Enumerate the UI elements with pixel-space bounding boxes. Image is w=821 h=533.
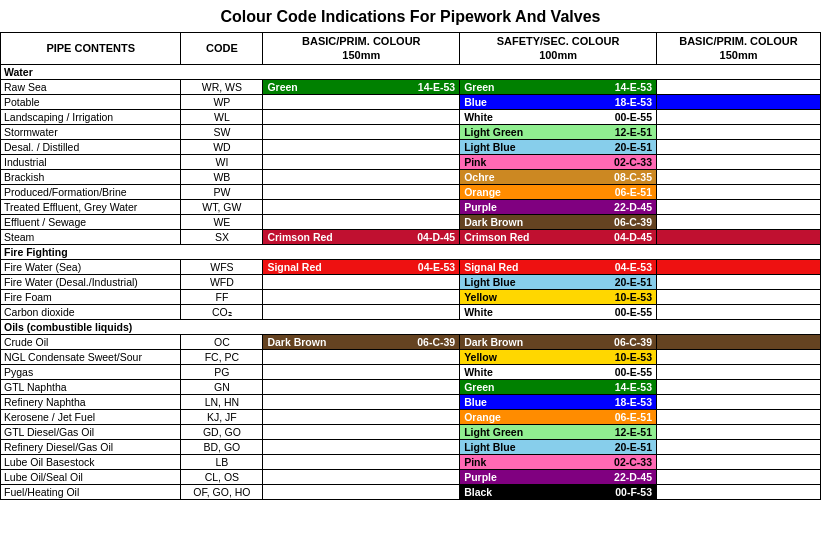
safety-colour: Pink02-C-33 xyxy=(460,154,657,169)
pipe-code: WFS xyxy=(181,259,263,274)
basic-colour-2 xyxy=(656,439,820,454)
basic-colour-1: Green14-E-53 xyxy=(263,79,460,94)
basic-colour-1: Signal Red04-E-53 xyxy=(263,259,460,274)
safety-colour: White00-E-55 xyxy=(460,109,657,124)
basic-colour-2 xyxy=(656,424,820,439)
pipe-name: Brackish xyxy=(1,169,181,184)
header-safety: SAFETY/SEC. COLOUR100mm xyxy=(460,33,657,65)
safety-colour: Dark Brown06-C-39 xyxy=(460,334,657,349)
pipe-name: Effluent / Sewage xyxy=(1,214,181,229)
pipe-code: WI xyxy=(181,154,263,169)
safety-colour: Light Blue20-E-51 xyxy=(460,139,657,154)
page-title: Colour Code Indications For Pipework And… xyxy=(0,0,821,32)
safety-colour: Yellow10-E-53 xyxy=(460,349,657,364)
safety-colour: Blue18-E-53 xyxy=(460,94,657,109)
safety-colour: Black00-F-53 xyxy=(460,484,657,499)
safety-colour: Purple22-D-45 xyxy=(460,469,657,484)
basic-colour-2 xyxy=(656,409,820,424)
pipe-name: NGL Condensate Sweet/Sour xyxy=(1,349,181,364)
basic-colour-2 xyxy=(656,304,820,319)
safety-colour: Orange06-E-51 xyxy=(460,409,657,424)
table-row: Fire Foam FF Yellow10-E-53 xyxy=(1,289,821,304)
basic-colour-2 xyxy=(656,289,820,304)
basic-colour-1 xyxy=(263,394,460,409)
pipe-name: Raw Sea xyxy=(1,79,181,94)
basic-colour-1: Crimson Red04-D-45 xyxy=(263,229,460,244)
pipe-code: WD xyxy=(181,139,263,154)
pipe-name: Potable xyxy=(1,94,181,109)
table-row: Kerosene / Jet Fuel KJ, JF Orange06-E-51 xyxy=(1,409,821,424)
basic-colour-2 xyxy=(656,79,820,94)
pipe-code: WP xyxy=(181,94,263,109)
basic-colour-2 xyxy=(656,379,820,394)
section-header: Fire Fighting xyxy=(1,244,821,259)
pipe-name: Lube Oil Basestock xyxy=(1,454,181,469)
basic-colour-2 xyxy=(656,274,820,289)
basic-colour-2 xyxy=(656,94,820,109)
table-row: Raw Sea WR, WS Green14-E-53 Green14-E-53 xyxy=(1,79,821,94)
pipe-code: OC xyxy=(181,334,263,349)
pipe-name: Crude Oil xyxy=(1,334,181,349)
pipe-name: Desal. / Distilled xyxy=(1,139,181,154)
table-row: Potable WP Blue18-E-53 xyxy=(1,94,821,109)
basic-colour-1 xyxy=(263,199,460,214)
pipe-code: WR, WS xyxy=(181,79,263,94)
pipe-code: LB xyxy=(181,454,263,469)
basic-colour-1 xyxy=(263,184,460,199)
pipe-code: SX xyxy=(181,229,263,244)
safety-colour: Light Green12-E-51 xyxy=(460,124,657,139)
basic-colour-2 xyxy=(656,169,820,184)
basic-colour-2 xyxy=(656,454,820,469)
pipe-name: Fire Water (Sea) xyxy=(1,259,181,274)
pipe-code: FC, PC xyxy=(181,349,263,364)
basic-colour-1 xyxy=(263,214,460,229)
safety-colour: Light Blue20-E-51 xyxy=(460,274,657,289)
pipe-name: Lube Oil/Seal Oil xyxy=(1,469,181,484)
basic-colour-1 xyxy=(263,469,460,484)
safety-colour: Purple22-D-45 xyxy=(460,199,657,214)
basic-colour-2 xyxy=(656,484,820,499)
pipe-code: SW xyxy=(181,124,263,139)
safety-colour: Pink02-C-33 xyxy=(460,454,657,469)
main-table: PIPE CONTENTS CODE BASIC/PRIM. COLOUR150… xyxy=(0,32,821,500)
pipe-name: Landscaping / Irrigation xyxy=(1,109,181,124)
safety-colour: Yellow10-E-53 xyxy=(460,289,657,304)
basic-colour-1 xyxy=(263,109,460,124)
basic-colour-2 xyxy=(656,394,820,409)
table-row: GTL Diesel/Gas Oil GD, GO Light Green12-… xyxy=(1,424,821,439)
safety-colour: Blue18-E-53 xyxy=(460,394,657,409)
pipe-code: CO₂ xyxy=(181,304,263,319)
pipe-name: Pygas xyxy=(1,364,181,379)
basic-colour-1 xyxy=(263,94,460,109)
basic-colour-2 xyxy=(656,229,820,244)
table-row: Refinery Diesel/Gas Oil BD, GO Light Blu… xyxy=(1,439,821,454)
basic-colour-2 xyxy=(656,154,820,169)
table-row: Treated Effluent, Grey Water WT, GW Purp… xyxy=(1,199,821,214)
pipe-name: GTL Diesel/Gas Oil xyxy=(1,424,181,439)
section-header: Water xyxy=(1,64,821,79)
pipe-name: Produced/Formation/Brine xyxy=(1,184,181,199)
table-row: Landscaping / Irrigation WL White00-E-55 xyxy=(1,109,821,124)
pipe-code: BD, GO xyxy=(181,439,263,454)
pipe-name: Refinery Diesel/Gas Oil xyxy=(1,439,181,454)
pipe-name: Kerosene / Jet Fuel xyxy=(1,409,181,424)
safety-colour: Light Green12-E-51 xyxy=(460,424,657,439)
table-row: Fire Water (Sea) WFS Signal Red04-E-53 S… xyxy=(1,259,821,274)
table-row: Desal. / Distilled WD Light Blue20-E-51 xyxy=(1,139,821,154)
pipe-code: WL xyxy=(181,109,263,124)
pipe-code: GN xyxy=(181,379,263,394)
pipe-code: OF, GO, HO xyxy=(181,484,263,499)
header-basic1: BASIC/PRIM. COLOUR150mm xyxy=(263,33,460,65)
basic-colour-2 xyxy=(656,139,820,154)
safety-colour: White00-E-55 xyxy=(460,364,657,379)
basic-colour-1 xyxy=(263,154,460,169)
table-row: Stormwater SW Light Green12-E-51 xyxy=(1,124,821,139)
pipe-name: GTL Naphtha xyxy=(1,379,181,394)
basic-colour-2 xyxy=(656,214,820,229)
header-code: CODE xyxy=(181,33,263,65)
pipe-name: Fuel/Heating Oil xyxy=(1,484,181,499)
pipe-code: WB xyxy=(181,169,263,184)
pipe-code: CL, OS xyxy=(181,469,263,484)
table-row: Fire Water (Desal./Industrial) WFD Light… xyxy=(1,274,821,289)
basic-colour-2 xyxy=(656,349,820,364)
